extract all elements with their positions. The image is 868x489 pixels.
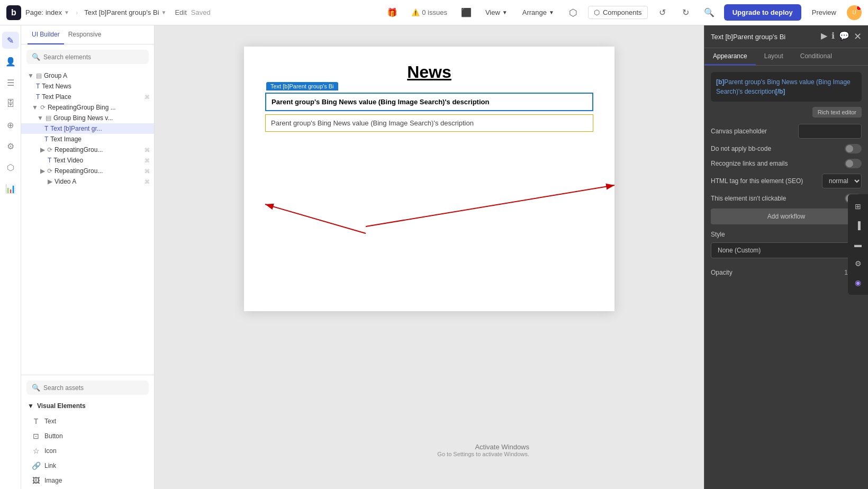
avatar[interactable]: U (847, 5, 862, 20)
cube-icon-btn[interactable]: ⬡ (565, 4, 582, 21)
undo-icon-btn[interactable]: ↺ (654, 4, 671, 21)
edge-icon-panel[interactable]: ▬ (850, 237, 866, 252)
search-elements-input[interactable] (43, 53, 143, 61)
page-canvas[interactable]: News Text [b]Parent group's Bi Parent gr… (244, 47, 614, 311)
tree-item-repeating-1[interactable]: ▶ ⟳ RepeatingGrou... ⌘ (21, 144, 154, 155)
text-ve-icon: T (32, 417, 40, 425)
text-icon: T (48, 157, 51, 164)
ve-item-button[interactable]: ⊡ Button (28, 430, 148, 442)
tree-label: Text [b]Parent gr... (50, 125, 150, 132)
comment-icon[interactable]: 💬 (839, 31, 849, 42)
components-btn[interactable]: ⬡ Components (588, 6, 648, 19)
tree-item-text-video[interactable]: T Text Video ⌘ (21, 155, 154, 166)
tree-item-video-a[interactable]: ▶ Video A ⌘ (21, 176, 154, 187)
text-icon: T (36, 83, 40, 90)
tree-item-repeating-bing[interactable]: ▼ ⟳ RepeatingGroup Bing ... (21, 102, 154, 113)
ve-item-label: Icon (44, 447, 57, 455)
tree-item-text-image[interactable]: T Text Image (21, 134, 154, 144)
canvas-second-element[interactable]: Parent group's Bing News value (Bing Ima… (265, 114, 593, 132)
play-icon[interactable]: ▶ (821, 31, 827, 42)
sidebar-icon-plugins[interactable]: ⬡ (2, 159, 19, 176)
tree-label: RepeatingGrou... (55, 167, 142, 175)
page-selector[interactable]: Page: index ▼ (25, 8, 69, 16)
tab-responsive[interactable]: Responsive (64, 25, 106, 44)
tree-label: RepeatingGroup Bing ... (48, 104, 150, 111)
main-canvas: News Text [b]Parent group's Bi Parent gr… (155, 25, 704, 489)
rp-tabs: Appearance Layout Conditional (704, 48, 868, 66)
ve-item-text[interactable]: T Text (28, 415, 148, 428)
rp-html-tag-label: HTML tag for this element (SEO) (711, 177, 803, 185)
sidebar-icon-settings[interactable]: ⚙ (2, 138, 19, 155)
ve-item-link[interactable]: 🔗 Link (28, 459, 148, 472)
tab-ui-builder[interactable]: UI Builder (28, 25, 64, 44)
search-icon-btn[interactable]: 🔍 (701, 4, 718, 21)
sidebar-icon-db[interactable]: 🗄 (2, 95, 19, 112)
breadcrumb[interactable]: Text [b]Parent group's Bi ▼ (84, 8, 166, 16)
collapse-icon: ▶ (40, 146, 45, 153)
search-assets-box: 🔍 (26, 381, 149, 395)
rp-style-select[interactable]: None (Custom) (711, 242, 862, 258)
tree-item-group-a[interactable]: ▼ ▤ Group A (21, 70, 154, 81)
sidebar-icon-workflow[interactable]: ⊕ (2, 116, 19, 133)
edge-icon-menu[interactable]: ⊞ (850, 198, 866, 214)
gift-icon-btn[interactable]: 🎁 (384, 4, 401, 21)
sidebar-icon-analytics[interactable]: 📊 (2, 180, 19, 197)
tree-label: Video A (55, 178, 142, 185)
rp-tab-conditional[interactable]: Conditional (792, 48, 840, 65)
canvas-selected-element[interactable]: Text [b]Parent group's Bi Parent group's… (265, 93, 593, 111)
text-icon: T (36, 93, 40, 101)
rp-tab-appearance[interactable]: Appearance (704, 48, 756, 65)
tree-badge: ⌘ (144, 179, 150, 185)
pointer-icon-btn[interactable]: ⬛ (458, 4, 475, 21)
element-tree: ▼ ▤ Group A T Text News T Text Place ⌘ ▼… (21, 68, 154, 375)
arrange-btn[interactable]: Arrange ▼ (518, 6, 558, 19)
page-dropdown-icon[interactable]: ▼ (64, 10, 69, 15)
redo-icon-btn[interactable]: ↻ (677, 4, 694, 21)
issues-btn[interactable]: ⚠️ 0 issues (407, 6, 451, 19)
ve-item-icon[interactable]: ☆ Icon (28, 445, 148, 457)
breadcrumb-dropdown-icon[interactable]: ▼ (161, 10, 167, 15)
rp-tab-layout[interactable]: Layout (756, 48, 792, 65)
page-name: index (46, 8, 62, 16)
tree-item-repeating-2[interactable]: ▶ ⟳ RepeatingGrou... ⌘ (21, 166, 154, 176)
tree-label: Text Image (50, 135, 150, 143)
rp-canvas-placeholder-input[interactable] (798, 124, 862, 139)
edit-label: Edit (175, 8, 186, 16)
sidebar-icon-ui[interactable]: ✎ (2, 32, 19, 49)
assets-section: 🔍 ▼ Visual Elements T Text ⊡ Button ☆ I (21, 375, 154, 489)
visual-elements-header[interactable]: ▼ Visual Elements (21, 399, 154, 413)
search-assets-input[interactable] (43, 384, 143, 392)
rp-content: [b]Parent group's Bing News value (Bing … (704, 66, 868, 489)
ve-item-label: Link (44, 462, 56, 469)
tree-item-text-parent[interactable]: T Text [b]Parent gr... (21, 123, 154, 134)
ve-item-image[interactable]: 🖼 Image (28, 474, 148, 487)
rp-html-tag-select[interactable]: normal (822, 174, 862, 188)
sidebar-icon-users[interactable]: 👤 (2, 53, 19, 70)
info-icon[interactable]: ℹ (831, 31, 835, 42)
preview-button[interactable]: Preview (808, 6, 840, 19)
add-workflow-btn[interactable]: Add workflow (711, 209, 862, 224)
rp-do-not-apply-toggle[interactable] (845, 144, 862, 153)
tree-label: Group A (44, 72, 150, 79)
sidebar-icon-panel: ✎ 👤 ☰ 🗄 ⊕ ⚙ ⬡ 📊 (0, 25, 21, 489)
rp-not-clickable-label: This element isn't clickable (711, 195, 786, 202)
rich-text-editor-btn[interactable]: Rich text editor (812, 107, 862, 117)
topbar-actions: 🎁 ⚠️ 0 issues ⬛ View ▼ Arrange ▼ ⬡ ⬡ Com… (384, 4, 862, 21)
tree-item-text-news[interactable]: T Text News (21, 81, 154, 92)
link-ve-icon: 🔗 (32, 461, 40, 470)
tree-item-group-bing-news[interactable]: ▼ ▤ Group Bing News v... (21, 113, 154, 123)
ve-item-label: Button (44, 432, 63, 440)
edge-icon-special[interactable]: ◉ (850, 275, 866, 291)
rp-recognize-links-toggle[interactable] (845, 159, 862, 168)
saved-indicator: Saved (191, 8, 211, 16)
edge-icon-sidebar[interactable]: ▐ (850, 218, 866, 233)
edge-icon-settings[interactable]: ⚙ (850, 256, 866, 271)
canvas-area[interactable]: News Text [b]Parent group's Bi Parent gr… (155, 25, 704, 489)
visual-elements-label: Visual Elements (37, 402, 86, 410)
tree-item-text-place[interactable]: T Text Place ⌘ (21, 92, 154, 102)
view-btn[interactable]: View ▼ (481, 6, 512, 19)
upgrade-button[interactable]: Upgrade to deploy (724, 4, 801, 21)
sidebar-icon-data[interactable]: ☰ (2, 74, 19, 91)
rp-recognize-links-label: Recognize links and emails (711, 160, 788, 167)
close-icon[interactable]: ✕ (854, 31, 862, 42)
